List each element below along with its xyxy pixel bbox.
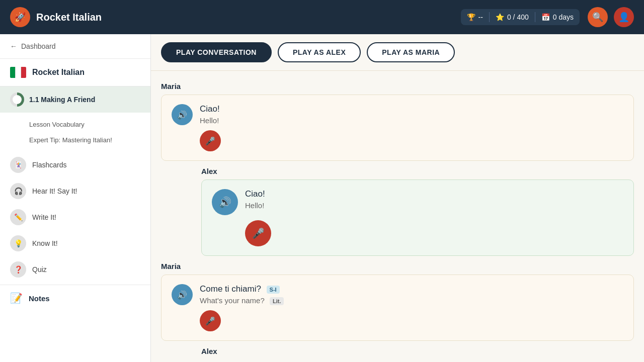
- mic-button-alex-1[interactable]: 🎤: [245, 220, 271, 246]
- speaker-alex-2: Alex: [201, 347, 634, 355]
- play-buttons-bar: PLAY CONVERSATION PLAY AS ALEX PLAY AS M…: [151, 34, 644, 71]
- streak-value: 0 days: [553, 13, 574, 21]
- msg-italian-maria-1: Ciao!: [200, 104, 220, 114]
- notes-label: Notes: [29, 294, 50, 303]
- audio-play-button-alex-1[interactable]: 🔊: [212, 189, 238, 215]
- sidebar-item-quiz[interactable]: ❓ Quiz: [0, 256, 150, 283]
- sidebar-item-flashcards[interactable]: 🃏 Flashcards: [0, 152, 150, 178]
- msg-row-maria-2-audio: 🔊 Come ti chiami? S-I What's your name? …: [172, 284, 623, 305]
- sub-item-expert-tip-label: Expert Tip: Mastering Italian!: [29, 136, 112, 144]
- quiz-label: Quiz: [32, 265, 47, 274]
- play-as-maria-button[interactable]: PLAY AS MARIA: [367, 42, 455, 62]
- points-value: 0 / 400: [507, 13, 529, 21]
- msg-text-maria-2: Come ti chiami? S-I What's your name? Li…: [200, 284, 284, 305]
- conversation-area: Maria 🔊 Ciao! Hello! 🎤 Alex 🔊: [151, 71, 644, 362]
- rank-icon: 🏆: [467, 13, 475, 21]
- flag-red: [21, 67, 26, 78]
- streak-stat: 📅 0 days: [541, 13, 574, 21]
- badge-si: S-I: [267, 286, 280, 294]
- back-icon: ←: [10, 42, 17, 50]
- speaker-maria-1: Maria: [161, 82, 634, 90]
- write-it-label: Write It!: [32, 213, 56, 221]
- msg-row-alex-1-audio: 🔊 Ciao! Hello!: [212, 189, 623, 215]
- msg-english-alex-1: Hello!: [245, 201, 265, 210]
- course-name: Rocket Italian: [32, 68, 85, 77]
- speaker-maria-2: Maria: [161, 262, 634, 270]
- speaker-alex-1: Alex: [201, 167, 634, 175]
- mic-button-maria-2[interactable]: 🎤: [200, 310, 221, 331]
- play-as-alex-button[interactable]: PLAY AS ALEX: [278, 42, 361, 62]
- rank-stat: 🏆 --: [467, 13, 483, 21]
- write-it-icon: ✏️: [10, 209, 26, 225]
- audio-play-button-maria-2[interactable]: 🔊: [172, 284, 193, 305]
- stats-panel: 🏆 -- ⭐ 0 / 400 📅 0 days: [461, 9, 580, 25]
- sub-item-vocabulary-label: Lesson Vocabulary: [29, 121, 85, 128]
- mic-button-maria-1[interactable]: 🎤: [200, 130, 221, 151]
- audio-play-button-maria-1[interactable]: 🔊: [172, 104, 193, 125]
- stat-divider-1: [489, 12, 490, 22]
- msg-italian-maria-2: Come ti chiami? S-I: [200, 284, 284, 294]
- play-conversation-label: PLAY CONVERSATION: [176, 48, 257, 56]
- app-logo: 🚀 Rocket Italian: [10, 7, 461, 27]
- message-block-alex-1: 🔊 Ciao! Hello! 🎤: [201, 179, 634, 256]
- msg-english-maria-1: Hello!: [200, 116, 220, 125]
- flashcards-icon: 🃏: [10, 157, 26, 173]
- current-lesson-item[interactable]: 1.1 Making A Friend: [0, 86, 150, 113]
- dashboard-link-container: ← Dashboard: [0, 34, 150, 59]
- msg-english-maria-2: What's your name? Lit.: [200, 296, 284, 305]
- message-block-maria-2: 🔊 Come ti chiami? S-I What's your name? …: [161, 275, 634, 341]
- msg-italian-alex-1: Ciao!: [245, 189, 265, 199]
- hear-say-icon: 🎧: [10, 183, 26, 199]
- badge-lit: Lit.: [270, 297, 284, 305]
- sub-items-list: Lesson Vocabulary Expert Tip: Mastering …: [0, 113, 150, 152]
- msg-text-alex-1: Ciao! Hello!: [245, 189, 265, 210]
- play-as-maria-label: PLAY AS MARIA: [382, 48, 440, 56]
- main-layout: ← Dashboard Rocket Italian 1.1 Making A …: [0, 34, 644, 362]
- play-conversation-button[interactable]: PLAY CONVERSATION: [161, 42, 272, 62]
- notes-icon: 📝: [10, 292, 23, 304]
- msg-row-maria-1-mic: 🎤: [200, 130, 623, 151]
- msg-row-maria-2-mic: 🎤: [200, 310, 623, 331]
- flag-green: [10, 67, 15, 78]
- course-header: Rocket Italian: [0, 59, 150, 86]
- quiz-icon: ❓: [10, 261, 26, 278]
- sub-item-vocabulary[interactable]: Lesson Vocabulary: [0, 117, 150, 132]
- know-it-label: Know It!: [32, 239, 58, 247]
- points-icon: ⭐: [496, 13, 504, 21]
- lesson-progress-icon: [10, 93, 24, 107]
- sidebar: ← Dashboard Rocket Italian 1.1 Making A …: [0, 34, 151, 362]
- points-stat: ⭐ 0 / 400: [496, 13, 529, 21]
- sidebar-item-know-it[interactable]: 💡 Know It!: [0, 230, 150, 256]
- search-button[interactable]: 🔍: [588, 7, 608, 27]
- dashboard-link[interactable]: ← Dashboard: [10, 42, 140, 50]
- flashcards-label: Flashcards: [32, 161, 66, 169]
- sidebar-item-write-it[interactable]: ✏️ Write It!: [0, 204, 150, 230]
- message-block-maria-1: 🔊 Ciao! Hello! 🎤: [161, 95, 634, 161]
- sidebar-item-notes[interactable]: 📝 Notes: [0, 285, 150, 311]
- app-header: 🚀 Rocket Italian 🏆 -- ⭐ 0 / 400 📅 0 days…: [0, 0, 644, 34]
- logo-icon: 🚀: [10, 7, 30, 27]
- msg-text-maria-1: Ciao! Hello!: [200, 104, 220, 125]
- app-title: Rocket Italian: [36, 12, 102, 23]
- play-as-alex-label: PLAY AS ALEX: [293, 48, 346, 56]
- sidebar-item-hear-say[interactable]: 🎧 Hear It! Say It!: [0, 178, 150, 204]
- streak-icon: 📅: [541, 13, 550, 21]
- stat-divider-2: [535, 12, 535, 22]
- know-it-icon: 💡: [10, 235, 26, 251]
- lesson-name: 1.1 Making A Friend: [29, 96, 95, 104]
- dashboard-label: Dashboard: [21, 42, 56, 50]
- sub-item-expert-tip[interactable]: Expert Tip: Mastering Italian!: [0, 132, 150, 148]
- italian-flag: [10, 67, 26, 78]
- header-icons: 🔍 👤: [588, 7, 634, 27]
- msg-row-maria-1-audio: 🔊 Ciao! Hello!: [172, 104, 623, 125]
- rank-value: --: [478, 13, 483, 21]
- msg-row-alex-1-mic: 🎤: [245, 220, 623, 246]
- user-avatar-button[interactable]: 👤: [614, 7, 634, 27]
- flag-white: [15, 67, 21, 78]
- hear-say-label: Hear It! Say It!: [32, 187, 77, 195]
- main-content: PLAY CONVERSATION PLAY AS ALEX PLAY AS M…: [151, 34, 644, 362]
